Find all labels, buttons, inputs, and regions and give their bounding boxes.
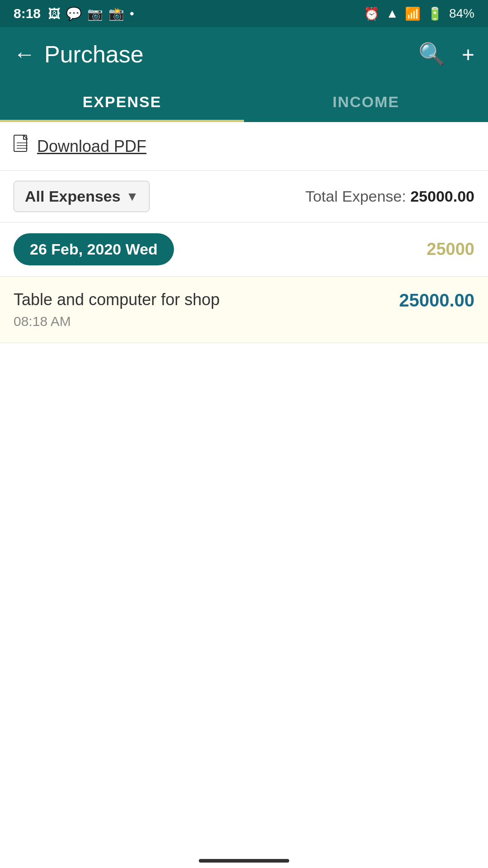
camera-icon: 📸 xyxy=(108,6,124,21)
date-header-row: 26 Feb, 2020 Wed 25000 xyxy=(0,222,488,277)
transaction-amount: 25000.00 xyxy=(399,290,474,311)
all-expenses-dropdown[interactable]: All Expenses ▼ xyxy=(14,181,150,212)
signal-icon: 📶 xyxy=(405,6,421,21)
home-indicator xyxy=(199,859,289,863)
total-expense-value: 25000.00 xyxy=(410,188,474,205)
chevron-down-icon: ▼ xyxy=(126,189,139,204)
filter-dropdown-label: All Expenses xyxy=(25,188,121,205)
alarm-icon: ⏰ xyxy=(364,6,380,21)
tabs-container: EXPENSE INCOME xyxy=(0,81,488,122)
pdf-icon xyxy=(14,135,31,158)
svg-rect-0 xyxy=(14,135,27,151)
image-icon: 🖼 xyxy=(48,6,61,21)
back-button[interactable]: ← xyxy=(14,43,35,65)
download-pdf-text: Download PDF xyxy=(37,137,146,156)
status-left: 8:18 🖼 💬 📷 📸 • xyxy=(14,6,134,21)
battery-percentage: 84% xyxy=(449,6,474,21)
battery-icon: 🔋 xyxy=(427,6,443,21)
content-area: Download PDF All Expenses ▼ Total Expens… xyxy=(0,122,488,343)
status-icons: 🖼 💬 📷 📸 • xyxy=(48,6,134,21)
tab-income[interactable]: INCOME xyxy=(244,81,488,122)
date-total: 25000 xyxy=(427,240,474,259)
page-title: Purchase xyxy=(44,41,144,68)
toolbar-left: ← Purchase xyxy=(14,41,144,68)
transaction-info: Table and computer for shop 08:18 AM xyxy=(14,290,220,329)
whatsapp-icon: 💬 xyxy=(66,6,82,21)
wifi-icon: ▲ xyxy=(386,6,399,21)
tab-expense-label: EXPENSE xyxy=(83,93,162,111)
tab-expense[interactable]: EXPENSE xyxy=(0,81,244,122)
dot-indicator: • xyxy=(130,6,134,21)
add-button[interactable]: + xyxy=(462,42,474,67)
search-button[interactable]: 🔍 xyxy=(418,42,446,67)
transaction-item[interactable]: Table and computer for shop 08:18 AM 250… xyxy=(0,277,488,343)
transaction-time: 08:18 AM xyxy=(14,314,220,329)
total-expense-text: Total Expense: xyxy=(305,188,406,205)
filter-row: All Expenses ▼ Total Expense: 25000.00 xyxy=(0,171,488,222)
status-right: ⏰ ▲ 📶 🔋 84% xyxy=(364,6,474,21)
toolbar: ← Purchase 🔍 + xyxy=(0,27,488,81)
toolbar-actions: 🔍 + xyxy=(418,42,474,67)
download-pdf-row: Download PDF xyxy=(0,122,488,171)
status-bar: 8:18 🖼 💬 📷 📸 • ⏰ ▲ 📶 🔋 84% xyxy=(0,0,488,27)
download-pdf-link[interactable]: Download PDF xyxy=(14,135,146,158)
tab-income-label: INCOME xyxy=(333,93,399,111)
status-time: 8:18 xyxy=(14,6,41,21)
instagram-icon: 📷 xyxy=(87,6,103,21)
total-expense-label: Total Expense: 25000.00 xyxy=(305,188,474,205)
transaction-description: Table and computer for shop xyxy=(14,290,220,309)
date-badge: 26 Feb, 2020 Wed xyxy=(14,233,174,265)
